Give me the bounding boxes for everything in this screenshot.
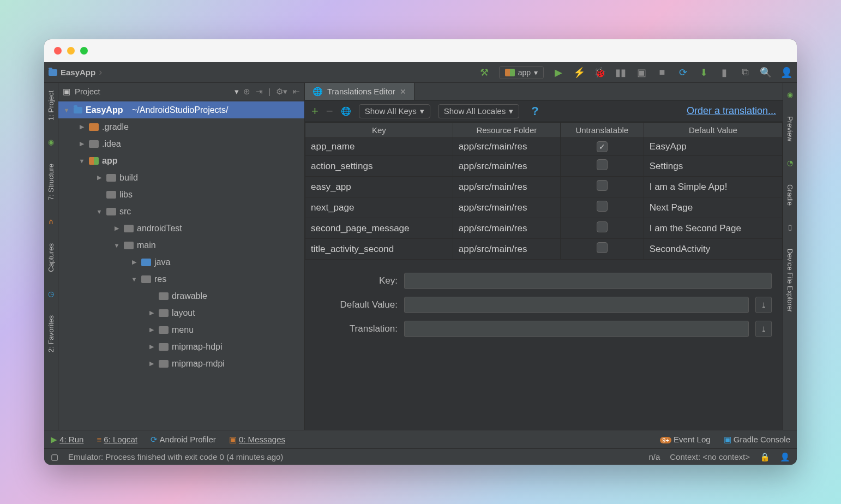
remove-key-icon[interactable]: − xyxy=(326,104,333,118)
maximize-window-icon[interactable] xyxy=(80,47,88,55)
cell-default[interactable]: Next Page xyxy=(644,197,782,218)
search-icon[interactable]: 🔍 xyxy=(760,67,772,79)
cell-folder[interactable]: app/src/main/res xyxy=(453,218,560,239)
expander-right-icon[interactable]: ▶ xyxy=(148,326,155,333)
tree-node-libs[interactable]: libs xyxy=(58,186,304,203)
hide-icon[interactable]: ⇤ xyxy=(293,87,300,97)
sidebar-tab-structure[interactable]: 7: Structure xyxy=(46,160,56,203)
detail-key-input[interactable] xyxy=(404,273,772,289)
status-context[interactable]: Context: <no context> xyxy=(670,452,750,461)
variants-icon[interactable]: ⋔ xyxy=(47,214,55,229)
tree-node-menu[interactable]: ▶menu xyxy=(58,321,304,338)
expander-down-icon[interactable]: ▼ xyxy=(95,208,103,215)
tree-node-androidtest[interactable]: ▶androidTest xyxy=(58,220,304,237)
expander-right-icon[interactable]: ▶ xyxy=(148,309,155,316)
sidebar-tab-project[interactable]: 1: Project xyxy=(46,87,56,124)
cell-untranslatable[interactable] xyxy=(560,218,644,239)
edit-translation-button[interactable]: ⤓ xyxy=(755,321,772,337)
run-icon[interactable]: ▶ xyxy=(552,67,564,79)
tree-node-main[interactable]: ▼main xyxy=(58,237,304,254)
close-window-icon[interactable] xyxy=(54,47,62,55)
device-icon[interactable]: ▯ xyxy=(785,220,795,235)
status-toggle-icon[interactable]: ▢ xyxy=(51,452,58,462)
tree-node-mipmap-hdpi[interactable]: ▶mipmap-hdpi xyxy=(58,338,304,355)
attach-debugger-icon[interactable]: ▣ xyxy=(635,67,647,79)
tree-node-app[interactable]: ▼app xyxy=(58,152,304,169)
bottom-tab-eventlog[interactable]: 9+ Event Log xyxy=(660,435,710,444)
checkbox-icon[interactable] xyxy=(597,242,608,253)
apply-changes-icon[interactable]: ⚡ xyxy=(573,67,585,79)
cell-folder[interactable]: app/src/main/res xyxy=(453,156,560,177)
hammer-build-icon[interactable]: ⚒ xyxy=(478,67,490,79)
gradle-icon[interactable]: ◔ xyxy=(785,155,795,170)
profiler-icon[interactable]: ▮▮ xyxy=(615,67,627,79)
expander-down-icon[interactable]: ▼ xyxy=(78,158,86,164)
table-row[interactable]: action_settingsapp/src/main/resSettings xyxy=(305,156,783,177)
captures-icon[interactable]: ◷ xyxy=(47,286,55,301)
avd-manager-icon[interactable]: ⬇ xyxy=(698,67,710,79)
cell-folder[interactable]: app/src/main/res xyxy=(453,177,560,197)
expander-down-icon[interactable]: ▼ xyxy=(63,107,70,113)
keys-filter-dropdown[interactable]: Show All Keys▾ xyxy=(359,104,430,118)
checkbox-icon[interactable]: ✓ xyxy=(597,141,608,152)
detail-default-input[interactable] xyxy=(404,297,749,313)
stop-icon[interactable]: ■ xyxy=(656,67,668,79)
sidebar-tab-preview[interactable]: Preview xyxy=(785,113,795,145)
collapse-icon[interactable]: ⇥ xyxy=(256,87,263,97)
cell-untranslatable[interactable]: ✓ xyxy=(560,138,644,156)
cell-default[interactable]: I am a Simple App! xyxy=(644,177,782,197)
expander-right-icon[interactable]: ▶ xyxy=(78,140,86,147)
add-key-icon[interactable]: + xyxy=(311,104,319,118)
sidebar-tab-gradle[interactable]: Gradle xyxy=(785,181,795,209)
sync-icon[interactable]: ⟳ xyxy=(677,67,689,79)
cell-key[interactable]: app_name xyxy=(305,138,453,156)
globe-add-locale-icon[interactable]: 🌐 xyxy=(341,106,351,116)
locate-icon[interactable]: ⊕ xyxy=(243,87,250,97)
bottom-tab-gradle-console[interactable]: ▣ Gradle Console xyxy=(724,435,790,445)
checkbox-icon[interactable] xyxy=(597,201,608,212)
expander-right-icon[interactable]: ▶ xyxy=(113,225,121,232)
project-view-dropdown[interactable]: Project ▾ xyxy=(75,87,239,97)
cell-key[interactable]: action_settings xyxy=(305,156,453,177)
gear-icon[interactable]: ⚙▾ xyxy=(276,87,287,97)
expander-right-icon[interactable]: ▶ xyxy=(130,259,138,266)
debug-icon[interactable]: 🐞 xyxy=(594,67,606,79)
cell-untranslatable[interactable] xyxy=(560,177,644,197)
table-row[interactable]: next_pageapp/src/main/resNext Page xyxy=(305,197,783,218)
tree-node-idea[interactable]: ▶.idea xyxy=(58,135,304,152)
cell-folder[interactable]: app/src/main/res xyxy=(453,138,560,156)
cell-folder[interactable]: app/src/main/res xyxy=(453,197,560,218)
bottom-tab-messages[interactable]: ▣ 0: Messages xyxy=(229,435,285,445)
table-row[interactable]: second_page_messageapp/src/main/resI am … xyxy=(305,218,783,239)
cell-default[interactable]: SecondActivity xyxy=(644,239,782,260)
expander-right-icon[interactable]: ▶ xyxy=(148,343,155,350)
col-untranslatable[interactable]: Untranslatable xyxy=(560,123,644,138)
preview-icon[interactable]: ◉ xyxy=(785,87,795,102)
locales-filter-dropdown[interactable]: Show All Locales▾ xyxy=(438,104,519,118)
cell-untranslatable[interactable] xyxy=(560,197,644,218)
expander-down-icon[interactable]: ▼ xyxy=(113,242,121,249)
table-row[interactable]: app_nameapp/src/main/res✓EasyApp xyxy=(305,138,783,156)
close-tab-icon[interactable]: ✕ xyxy=(400,87,406,96)
tree-node-layout[interactable]: ▶layout xyxy=(58,304,304,321)
help-icon[interactable]: ? xyxy=(531,104,538,118)
cell-key[interactable]: next_page xyxy=(305,197,453,218)
bottom-tab-profiler[interactable]: ⟳ Android Profiler xyxy=(151,435,216,445)
edit-default-button[interactable]: ⤓ xyxy=(755,297,772,313)
checkbox-icon[interactable] xyxy=(597,159,608,170)
expander-down-icon[interactable]: ▼ xyxy=(130,276,138,283)
sidebar-tab-device-explorer[interactable]: Device File Explorer xyxy=(785,245,795,315)
expander-right-icon[interactable]: ▶ xyxy=(95,174,103,181)
sidebar-tab-favorites[interactable]: 2: Favorites xyxy=(46,312,56,356)
run-config-selector[interactable]: app ▾ xyxy=(499,66,544,79)
tab-translations-editor[interactable]: 🌐 Translations Editor ✕ xyxy=(305,83,415,100)
android-icon[interactable]: ◉ xyxy=(47,135,55,149)
sidebar-tab-captures[interactable]: Captures xyxy=(46,240,56,275)
tree-node-res[interactable]: ▼res xyxy=(58,271,304,287)
cell-folder[interactable]: app/src/main/res xyxy=(453,239,560,260)
checkbox-icon[interactable] xyxy=(597,221,608,232)
project-tree[interactable]: ▼ EasyApp ~/AndroidStudioProjects/ ▶.gra… xyxy=(58,100,304,430)
inspector-icon[interactable]: 👤 xyxy=(780,452,790,462)
bottom-tab-run[interactable]: ▶ 4: Run xyxy=(51,435,83,445)
checkbox-icon[interactable] xyxy=(597,180,608,191)
